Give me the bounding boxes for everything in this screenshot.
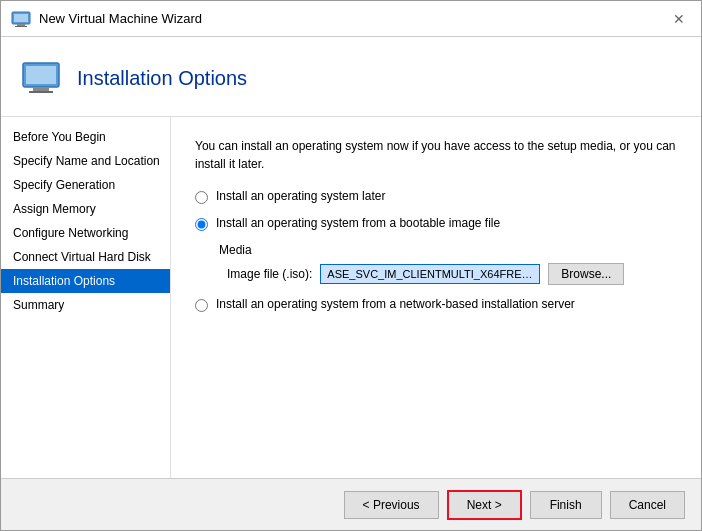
- image-file-label: Image file (.iso):: [227, 267, 312, 281]
- option-install-network-row: Install an operating system from a netwo…: [195, 297, 677, 312]
- footer: < Previous Next > Finish Cancel: [1, 478, 701, 530]
- option-install-bootable-row: Install an operating system from a boota…: [195, 216, 677, 231]
- media-section: Media Image file (.iso): ASE_SVC_IM_CLIE…: [219, 243, 677, 285]
- install-bootable-radio[interactable]: [195, 218, 208, 231]
- install-later-radio[interactable]: [195, 191, 208, 204]
- sidebar: Before You Begin Specify Name and Locati…: [1, 117, 171, 478]
- image-file-value[interactable]: ASE_SVC_IM_CLIENTMULTI_X64FRE_EN-US.ISO: [320, 264, 540, 284]
- sidebar-item-before-you-begin[interactable]: Before You Begin: [1, 125, 170, 149]
- intro-text: You can install an operating system now …: [195, 137, 677, 173]
- title-bar: New Virtual Machine Wizard ✕: [1, 1, 701, 37]
- page-header: Installation Options: [1, 37, 701, 117]
- page-title: Installation Options: [77, 67, 247, 90]
- sidebar-item-specify-generation[interactable]: Specify Generation: [1, 173, 170, 197]
- install-network-label[interactable]: Install an operating system from a netwo…: [216, 297, 575, 311]
- install-network-radio[interactable]: [195, 299, 208, 312]
- install-bootable-label[interactable]: Install an operating system from a boota…: [216, 216, 500, 230]
- close-button[interactable]: ✕: [667, 9, 691, 29]
- image-file-row: Image file (.iso): ASE_SVC_IM_CLIENTMULT…: [227, 263, 677, 285]
- main-panel: You can install an operating system now …: [171, 117, 701, 478]
- svg-rect-2: [17, 24, 25, 26]
- sidebar-item-summary[interactable]: Summary: [1, 293, 170, 317]
- wizard-window: New Virtual Machine Wizard ✕ Installatio…: [0, 0, 702, 531]
- title-bar-left: New Virtual Machine Wizard: [11, 11, 202, 27]
- media-label: Media: [219, 243, 677, 257]
- previous-button[interactable]: < Previous: [344, 491, 439, 519]
- sidebar-item-connect-vhd[interactable]: Connect Virtual Hard Disk: [1, 245, 170, 269]
- finish-button[interactable]: Finish: [530, 491, 602, 519]
- svg-rect-6: [33, 87, 49, 91]
- svg-rect-1: [14, 14, 28, 22]
- browse-button[interactable]: Browse...: [548, 263, 624, 285]
- sidebar-item-configure-networking[interactable]: Configure Networking: [1, 221, 170, 245]
- sidebar-item-installation-options[interactable]: Installation Options: [1, 269, 170, 293]
- install-later-label[interactable]: Install an operating system later: [216, 189, 385, 203]
- next-button[interactable]: Next >: [447, 490, 522, 520]
- header-icon: [21, 59, 61, 99]
- content-area: Before You Begin Specify Name and Locati…: [1, 117, 701, 478]
- sidebar-item-assign-memory[interactable]: Assign Memory: [1, 197, 170, 221]
- svg-rect-7: [29, 91, 53, 93]
- window-title: New Virtual Machine Wizard: [39, 11, 202, 26]
- sidebar-item-specify-name[interactable]: Specify Name and Location: [1, 149, 170, 173]
- svg-rect-3: [15, 26, 27, 27]
- svg-rect-5: [26, 66, 56, 84]
- option-install-later-row: Install an operating system later: [195, 189, 677, 204]
- cancel-button[interactable]: Cancel: [610, 491, 685, 519]
- window-icon: [11, 11, 31, 27]
